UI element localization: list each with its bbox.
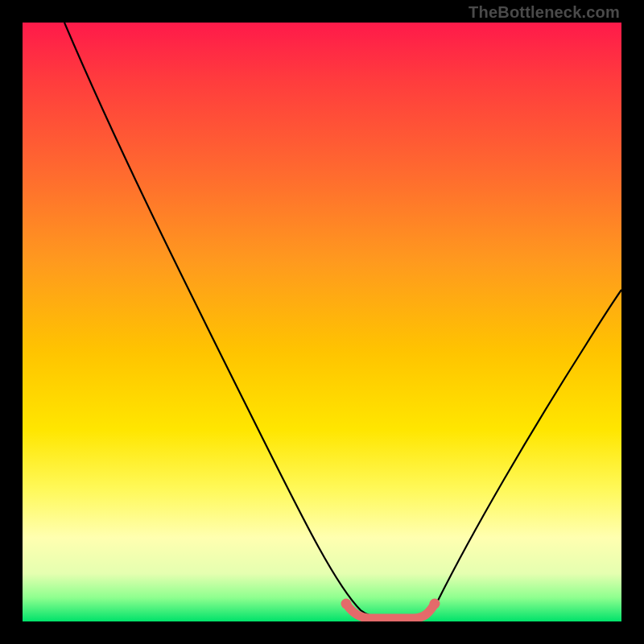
valley-dot-right bbox=[430, 599, 440, 609]
watermark-text: TheBottleneck.com bbox=[469, 3, 620, 22]
valley-highlight bbox=[346, 604, 435, 618]
valley-dot-left bbox=[341, 599, 352, 609]
curve-main bbox=[64, 23, 621, 618]
chart-frame bbox=[23, 23, 621, 621]
chart-svg bbox=[23, 23, 621, 621]
